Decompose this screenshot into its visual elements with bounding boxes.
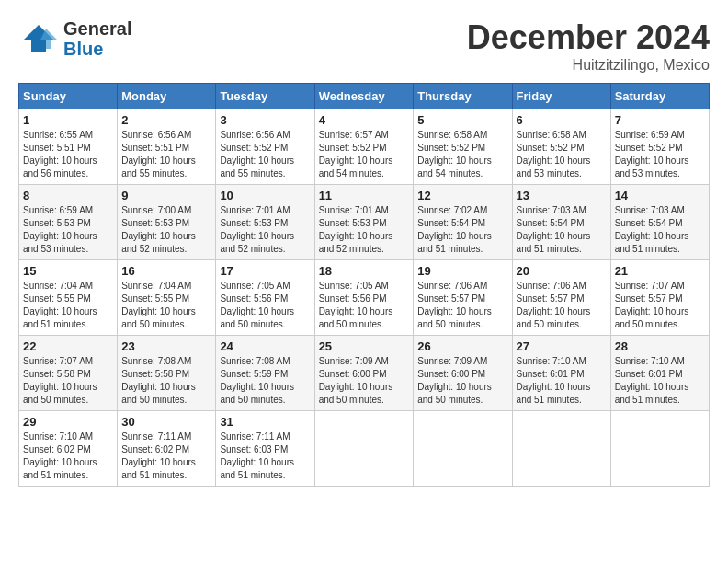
- week-row-5: 29 Sunrise: 7:10 AM Sunset: 6:02 PM Dayl…: [19, 411, 710, 487]
- sunset-label: Sunset: 5:52 PM: [615, 143, 683, 153]
- day-info: Sunrise: 7:06 AM Sunset: 5:57 PM Dayligh…: [417, 280, 507, 331]
- day-number: 18: [319, 264, 410, 278]
- sunset-label: Sunset: 5:57 PM: [615, 293, 683, 304]
- daylight-label: Daylight: 10 hours and 51 minutes.: [23, 457, 97, 480]
- empty-cell-w4-d3: [314, 411, 414, 487]
- sunrise-label: Sunrise: 7:10 AM: [615, 356, 685, 366]
- sunset-label: Sunset: 5:53 PM: [319, 218, 387, 228]
- sunset-label: Sunset: 5:52 PM: [417, 143, 485, 153]
- week-row-3: 15 Sunrise: 7:04 AM Sunset: 5:55 PM Dayl…: [19, 260, 710, 336]
- day-info: Sunrise: 6:58 AM Sunset: 5:52 PM Dayligh…: [417, 129, 507, 180]
- day-cell-6: 6 Sunrise: 6:58 AM Sunset: 5:52 PM Dayli…: [512, 109, 610, 185]
- day-cell-1: 1 Sunrise: 6:55 AM Sunset: 5:51 PM Dayli…: [19, 109, 118, 185]
- day-info: Sunrise: 7:11 AM Sunset: 6:03 PM Dayligh…: [220, 431, 310, 482]
- empty-cell-w4-d5: [512, 411, 610, 487]
- sunset-label: Sunset: 5:55 PM: [23, 293, 91, 304]
- week-row-2: 8 Sunrise: 6:59 AM Sunset: 5:53 PM Dayli…: [19, 185, 710, 260]
- day-info: Sunrise: 7:00 AM Sunset: 5:53 PM Dayligh…: [121, 204, 211, 256]
- sunset-label: Sunset: 5:57 PM: [417, 293, 485, 304]
- daylight-label: Daylight: 10 hours and 55 minutes.: [220, 155, 294, 178]
- day-number: 1: [23, 113, 113, 127]
- day-number: 23: [121, 339, 211, 353]
- daylight-label: Daylight: 10 hours and 51 minutes.: [417, 231, 492, 254]
- day-number: 20: [517, 264, 607, 278]
- week-row-4: 22 Sunrise: 7:07 AM Sunset: 5:58 PM Dayl…: [19, 336, 710, 411]
- sunrise-label: Sunrise: 7:11 AM: [220, 431, 290, 442]
- daylight-label: Daylight: 10 hours and 50 minutes.: [615, 306, 689, 329]
- sunrise-label: Sunrise: 6:59 AM: [23, 205, 93, 215]
- day-info: Sunrise: 7:09 AM Sunset: 6:00 PM Dayligh…: [319, 355, 410, 407]
- sunrise-label: Sunrise: 7:05 AM: [319, 281, 389, 291]
- sunrise-label: Sunrise: 6:58 AM: [517, 130, 586, 140]
- day-cell-16: 16 Sunrise: 7:04 AM Sunset: 5:55 PM Dayl…: [118, 260, 216, 336]
- week-row-1: 1 Sunrise: 6:55 AM Sunset: 5:51 PM Dayli…: [19, 109, 710, 185]
- day-number: 16: [121, 264, 211, 278]
- day-cell-30: 30 Sunrise: 7:11 AM Sunset: 6:02 PM Dayl…: [118, 411, 216, 487]
- location: Huitzitzilingo, Mexico: [467, 57, 710, 74]
- sunrise-label: Sunrise: 7:04 AM: [23, 281, 93, 291]
- day-cell-21: 21 Sunrise: 7:07 AM Sunset: 5:57 PM Dayl…: [610, 260, 709, 336]
- day-info: Sunrise: 7:06 AM Sunset: 5:57 PM Dayligh…: [517, 280, 607, 331]
- day-cell-26: 26 Sunrise: 7:09 AM Sunset: 6:00 PM Dayl…: [414, 336, 512, 411]
- sunset-label: Sunset: 6:02 PM: [121, 444, 189, 454]
- day-number: 26: [417, 339, 507, 353]
- day-number: 5: [417, 113, 507, 127]
- sunrise-label: Sunrise: 6:59 AM: [615, 130, 685, 140]
- sunset-label: Sunset: 5:54 PM: [517, 218, 585, 228]
- day-info: Sunrise: 7:03 AM Sunset: 5:54 PM Dayligh…: [615, 204, 705, 256]
- day-cell-7: 7 Sunrise: 6:59 AM Sunset: 5:52 PM Dayli…: [610, 109, 709, 185]
- day-info: Sunrise: 7:08 AM Sunset: 5:58 PM Dayligh…: [121, 355, 211, 407]
- sunrise-label: Sunrise: 7:06 AM: [517, 281, 586, 291]
- day-info: Sunrise: 7:07 AM Sunset: 5:57 PM Dayligh…: [615, 280, 705, 331]
- weekday-header-row: SundayMondayTuesdayWednesdayThursdayFrid…: [19, 84, 710, 109]
- daylight-label: Daylight: 10 hours and 53 minutes.: [23, 231, 97, 254]
- sunset-label: Sunset: 6:00 PM: [417, 369, 485, 379]
- daylight-label: Daylight: 10 hours and 51 minutes.: [517, 231, 591, 254]
- day-cell-28: 28 Sunrise: 7:10 AM Sunset: 6:01 PM Dayl…: [610, 336, 709, 411]
- sunset-label: Sunset: 5:56 PM: [319, 293, 387, 304]
- day-number: 28: [615, 339, 705, 353]
- daylight-label: Daylight: 10 hours and 50 minutes.: [417, 306, 492, 329]
- day-cell-17: 17 Sunrise: 7:05 AM Sunset: 5:56 PM Dayl…: [216, 260, 314, 336]
- daylight-label: Daylight: 10 hours and 51 minutes.: [517, 382, 591, 405]
- day-cell-29: 29 Sunrise: 7:10 AM Sunset: 6:02 PM Dayl…: [19, 411, 118, 487]
- day-cell-13: 13 Sunrise: 7:03 AM Sunset: 5:54 PM Dayl…: [512, 185, 610, 260]
- daylight-label: Daylight: 10 hours and 50 minutes.: [23, 382, 97, 405]
- day-cell-2: 2 Sunrise: 6:56 AM Sunset: 5:51 PM Dayli…: [118, 109, 216, 185]
- day-cell-12: 12 Sunrise: 7:02 AM Sunset: 5:54 PM Dayl…: [414, 185, 512, 260]
- sunrise-label: Sunrise: 7:03 AM: [615, 205, 685, 215]
- sunset-label: Sunset: 5:55 PM: [121, 293, 189, 304]
- day-number: 27: [517, 339, 607, 353]
- daylight-label: Daylight: 10 hours and 51 minutes.: [121, 457, 196, 480]
- day-cell-27: 27 Sunrise: 7:10 AM Sunset: 6:01 PM Dayl…: [512, 336, 610, 411]
- day-info: Sunrise: 6:55 AM Sunset: 5:51 PM Dayligh…: [23, 129, 113, 180]
- sunset-label: Sunset: 5:51 PM: [121, 143, 189, 153]
- sunrise-label: Sunrise: 7:09 AM: [417, 356, 487, 366]
- sunset-label: Sunset: 5:53 PM: [23, 218, 91, 228]
- day-number: 13: [517, 189, 607, 202]
- day-number: 24: [220, 339, 310, 353]
- day-number: 8: [23, 189, 113, 202]
- day-info: Sunrise: 7:05 AM Sunset: 5:56 PM Dayligh…: [319, 280, 410, 331]
- daylight-label: Daylight: 10 hours and 51 minutes.: [615, 231, 689, 254]
- day-number: 12: [417, 189, 507, 202]
- day-cell-19: 19 Sunrise: 7:06 AM Sunset: 5:57 PM Dayl…: [414, 260, 512, 336]
- weekday-header-sunday: Sunday: [19, 84, 118, 109]
- month-title: December 2024: [467, 18, 710, 57]
- day-number: 19: [417, 264, 507, 278]
- sunset-label: Sunset: 5:58 PM: [121, 369, 189, 379]
- day-cell-25: 25 Sunrise: 7:09 AM Sunset: 6:00 PM Dayl…: [314, 336, 414, 411]
- day-info: Sunrise: 6:56 AM Sunset: 5:52 PM Dayligh…: [220, 129, 310, 180]
- empty-cell-w4-d4: [414, 411, 512, 487]
- day-cell-5: 5 Sunrise: 6:58 AM Sunset: 5:52 PM Dayli…: [414, 109, 512, 185]
- sunrise-label: Sunrise: 7:02 AM: [417, 205, 487, 215]
- day-number: 15: [23, 264, 113, 278]
- day-number: 6: [517, 113, 607, 127]
- day-cell-11: 11 Sunrise: 7:01 AM Sunset: 5:53 PM Dayl…: [314, 185, 414, 260]
- sunrise-label: Sunrise: 7:08 AM: [121, 356, 191, 366]
- daylight-label: Daylight: 10 hours and 52 minutes.: [121, 231, 196, 254]
- day-number: 14: [615, 189, 705, 202]
- day-number: 3: [220, 113, 310, 127]
- sunset-label: Sunset: 5:58 PM: [23, 369, 91, 379]
- day-info: Sunrise: 7:05 AM Sunset: 5:56 PM Dayligh…: [220, 280, 310, 331]
